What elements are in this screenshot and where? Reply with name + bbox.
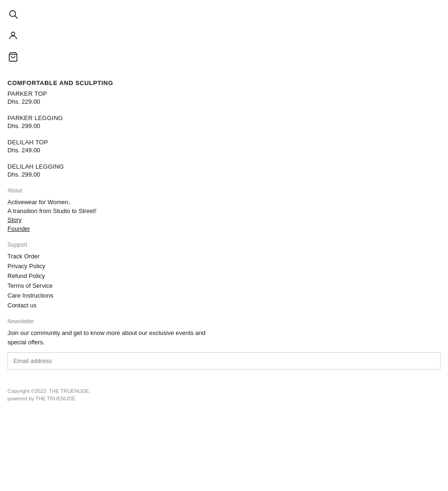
- copyright-text: Copyright ©2023. THE TRUENUDE.: [7, 388, 441, 394]
- product-list: PARKER TOP Dhs. 229.00 PARKER LEGGING Dh…: [7, 90, 441, 178]
- product-item: DELILAH LEGGING Dhs. 299.00: [7, 163, 441, 178]
- main-content: COMFORTABLE AND SCULPTING PARKER TOP Dhs…: [0, 0, 448, 178]
- product-price: Dhs. 299.00: [7, 171, 441, 178]
- account-button[interactable]: [5, 27, 21, 44]
- product-name[interactable]: DELILAH LEGGING: [7, 163, 441, 170]
- account-icon: [8, 30, 18, 41]
- footer-bottom: Copyright ©2023. THE TRUENUDE. powered b…: [0, 388, 448, 411]
- cart-button[interactable]: [5, 49, 21, 65]
- nav-icons: [0, 0, 26, 71]
- product-name[interactable]: PARKER LEGGING: [7, 114, 441, 121]
- founder-link[interactable]: Founder: [7, 225, 441, 232]
- cart-icon: [8, 52, 18, 62]
- product-price: Dhs. 229.00: [7, 98, 441, 105]
- refund-policy-link[interactable]: Refund Policy: [7, 272, 441, 279]
- product-item: PARKER TOP Dhs. 229.00: [7, 90, 441, 105]
- newsletter-label: Newsletter: [7, 318, 441, 325]
- search-icon: [8, 9, 18, 19]
- story-link[interactable]: Story: [7, 216, 441, 223]
- track-order-link[interactable]: Track Order: [7, 253, 441, 260]
- support-label: Support: [7, 242, 441, 248]
- privacy-policy-link[interactable]: Privacy Policy: [7, 263, 441, 270]
- about-line1: Activewear for Women.: [7, 199, 441, 206]
- powered-text: powered by THE TRUENUDE: [7, 396, 441, 401]
- svg-line-1: [15, 16, 17, 18]
- terms-service-link[interactable]: Terms of Service: [7, 282, 441, 289]
- contact-us-link[interactable]: Contact us: [7, 302, 441, 309]
- email-input[interactable]: [7, 352, 441, 370]
- product-item: DELILAH TOP Dhs. 249.00: [7, 139, 441, 154]
- footer: About Activewear for Women. A transition…: [0, 187, 448, 370]
- product-item: PARKER LEGGING Dhs. 299.00: [7, 114, 441, 129]
- product-price: Dhs. 249.00: [7, 147, 441, 154]
- search-button[interactable]: [5, 6, 21, 22]
- care-instructions-link[interactable]: Care Instructions: [7, 292, 441, 299]
- product-name[interactable]: DELILAH TOP: [7, 139, 441, 146]
- svg-point-2: [11, 32, 14, 36]
- hero-tagline: COMFORTABLE AND SCULPTING: [7, 79, 441, 86]
- newsletter-desc1: Join our community and get to know more …: [7, 328, 441, 347]
- about-line2: A transition from Studio to Street!: [7, 207, 441, 214]
- about-label: About: [7, 187, 441, 194]
- product-price: Dhs. 299.00: [7, 122, 441, 129]
- product-name[interactable]: PARKER TOP: [7, 90, 441, 97]
